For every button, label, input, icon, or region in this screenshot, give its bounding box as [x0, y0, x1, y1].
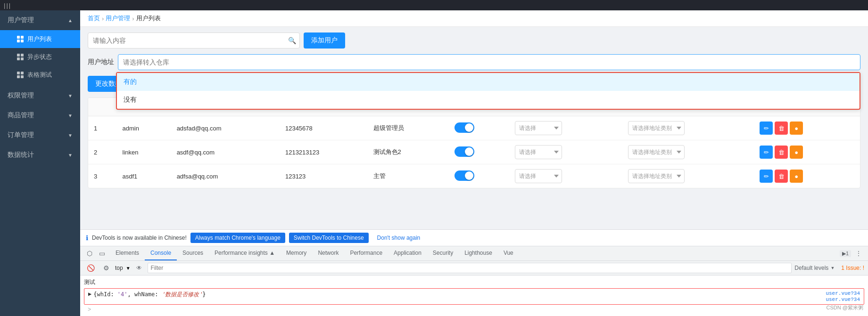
filter-input[interactable] — [148, 263, 792, 273]
tab-memory[interactable]: Memory — [281, 246, 312, 260]
address-dropdown: 有的 没有 — [116, 72, 860, 110]
address-input[interactable] — [118, 54, 860, 70]
search-input[interactable] — [88, 32, 300, 49]
action-buttons: ✏ 🗑 ● — [760, 122, 854, 135]
sidebar-item-label: 用户列表 — [27, 35, 52, 43]
code-val-name: '数据是否修改' — [162, 291, 202, 298]
tab-elements[interactable]: Elements — [110, 246, 145, 260]
extra-button[interactable]: ● — [790, 122, 803, 135]
delete-button[interactable]: 🗑 — [775, 170, 788, 183]
row-addr2[interactable]: 请选择地址类别 — [622, 116, 754, 140]
edit-button[interactable]: ✏ — [760, 122, 773, 135]
devtools-cursor-button[interactable]: ⬡ — [84, 249, 95, 258]
tab-performance[interactable]: Performance — [344, 246, 388, 260]
addr1-select[interactable]: 请选择 — [515, 169, 562, 183]
expand-arrow[interactable]: ▶ — [88, 291, 91, 298]
row-status[interactable] — [449, 140, 509, 164]
switch-devtools-language-button[interactable]: Switch DevTools to Chinese — [289, 233, 369, 243]
addr1-select[interactable]: 请选择 — [515, 121, 562, 135]
tab-performance-insights[interactable]: Performance insights ▲ — [209, 246, 281, 260]
console-heading: 测试 — [84, 277, 864, 287]
add-user-button[interactable]: 添加用户 — [304, 32, 345, 49]
tab-security[interactable]: Security — [427, 246, 459, 260]
tab-application[interactable]: Application — [388, 246, 427, 260]
action-buttons: ✏ 🗑 ● — [760, 170, 854, 183]
row-index: 3 — [88, 164, 117, 188]
console-cursor-row: > — [84, 306, 864, 314]
dropdown-item-yes[interactable]: 有的 — [117, 73, 860, 91]
dropdown-item-no[interactable]: 没有 — [117, 91, 860, 109]
code-val-id: '4' — [117, 291, 128, 298]
tab-network[interactable]: Network — [312, 246, 344, 260]
tab-console[interactable]: Console — [145, 246, 177, 260]
console-settings-button[interactable]: ⚙ — [100, 263, 112, 273]
level-dropdown-icon[interactable]: ▼ — [126, 266, 131, 271]
addr1-select[interactable]: 请选择 — [515, 145, 562, 159]
status-toggle[interactable] — [455, 170, 474, 181]
delete-button[interactable]: 🗑 — [775, 146, 788, 159]
row-addr1[interactable]: 请选择 — [509, 164, 622, 188]
status-toggle[interactable] — [455, 146, 474, 157]
row-index: 1 — [88, 116, 117, 140]
chevron-down-icon: ▼ — [68, 153, 73, 158]
row-addr1[interactable]: 请选择 — [509, 140, 622, 164]
clear-console-button[interactable]: 🚫 — [84, 263, 98, 273]
breadcrumb-sep2: › — [132, 15, 134, 22]
sidebar-section-label: 权限管理 — [8, 91, 34, 100]
source-link-2[interactable]: user.vue?34 — [826, 297, 860, 302]
action-buttons: ✏ 🗑 ● — [760, 146, 854, 159]
devtools-more-button[interactable]: ⋮ — [853, 249, 864, 258]
default-levels[interactable]: Default levels ▼ — [794, 265, 835, 271]
sidebar-section-orders[interactable]: 订单管理 ▼ — [0, 125, 80, 145]
breadcrumb-home[interactable]: 首页 — [88, 14, 100, 23]
status-toggle[interactable] — [455, 122, 474, 133]
sidebar-section-user-management[interactable]: 用户管理 ▲ — [0, 10, 80, 30]
chevron-down-icon: ▼ — [68, 93, 73, 98]
edit-button[interactable]: ✏ — [760, 146, 773, 159]
breadcrumb-user-mgmt[interactable]: 用户管理 — [106, 14, 130, 23]
breadcrumb-sep1: › — [102, 15, 104, 22]
addr2-select[interactable]: 请选择地址类别 — [628, 121, 685, 135]
row-name: admin — [117, 116, 171, 140]
chevron-down-icon: ▼ — [68, 133, 73, 138]
row-actions: ✏ 🗑 ● — [754, 116, 860, 140]
row-addr2[interactable]: 请选择地址类别 — [622, 140, 754, 164]
dismiss-language-button[interactable]: Don't show again — [372, 233, 425, 243]
addr2-select[interactable]: 请选择地址类别 — [628, 145, 685, 159]
sidebar-item-user-list[interactable]: 用户列表 — [0, 30, 80, 48]
sidebar-item-table-test[interactable]: 表格测试 — [0, 66, 80, 84]
edit-button[interactable]: ✏ — [760, 170, 773, 183]
extra-button[interactable]: ● — [790, 170, 803, 183]
sidebar-section-stats[interactable]: 数据统计 ▼ — [0, 145, 80, 165]
tab-vue[interactable]: Vue — [498, 246, 519, 260]
extra-button[interactable]: ● — [790, 146, 803, 159]
sidebar-section-products[interactable]: 商品管理 ▼ — [0, 105, 80, 125]
level-selector-label: top — [115, 265, 123, 271]
devtools-bar: ℹ DevTools is now available in Chinese! … — [80, 229, 868, 316]
console-log-entry: ▶ {whId: '4', whName: '数据是否修改'} user.vue… — [84, 288, 864, 305]
delete-button[interactable]: 🗑 — [775, 122, 788, 135]
row-name: linken — [117, 140, 171, 164]
row-status[interactable] — [449, 164, 509, 188]
sidebar-section-label: 数据统计 — [8, 151, 34, 159]
devtools-language-bar: ℹ DevTools is now available in Chinese! … — [80, 230, 868, 246]
row-status[interactable] — [449, 116, 509, 140]
address-label: 用户地址 — [88, 58, 114, 66]
row-addr2[interactable]: 请选择地址类别 — [622, 164, 754, 188]
breadcrumb-current: 用户列表 — [136, 14, 161, 23]
table-row: 2 linken asdf@qq.com 1213213123 测试角色2 请选… — [88, 140, 860, 164]
sidebar-item-async-status[interactable]: 异步状态 — [0, 48, 80, 66]
eye-button[interactable]: 👁 — [133, 264, 145, 272]
row-addr1[interactable]: 请选择 — [509, 116, 622, 140]
devtools-device-button[interactable]: ▭ — [96, 249, 108, 258]
always-match-language-button[interactable]: Always match Chrome's language — [190, 233, 285, 243]
table-row: 1 admin adsfad@qq.com 12345678 超级管理员 请选择 — [88, 116, 860, 140]
search-button[interactable]: 🔍 — [288, 37, 296, 44]
sidebar-section-permissions[interactable]: 权限管理 ▼ — [0, 86, 80, 105]
tab-lighthouse[interactable]: Lighthouse — [459, 246, 498, 260]
chevron-up-icon: ▲ — [68, 18, 73, 23]
source-link-1[interactable]: user.vue?34 — [826, 291, 860, 296]
addr2-select[interactable]: 请选择地址类别 — [628, 169, 685, 183]
sidebar-section-label: 订单管理 — [8, 131, 34, 139]
tab-sources[interactable]: Sources — [177, 246, 209, 260]
